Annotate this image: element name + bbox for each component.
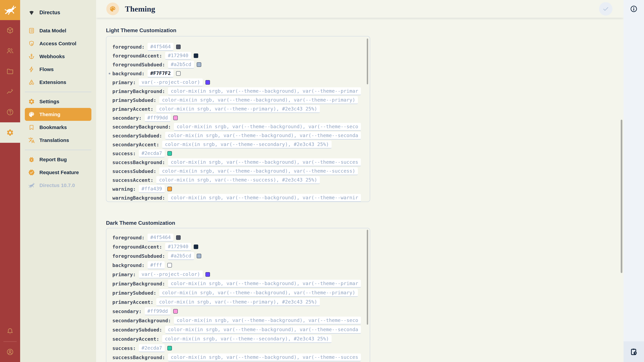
property-value-input[interactable]: color-mix(in srgb, var(--theme--backgrou… xyxy=(165,132,361,140)
sidebar-item[interactable]: Report Bug xyxy=(25,153,92,166)
property-value-input[interactable]: #ffa439 xyxy=(139,185,165,193)
dark-block-scrollbar-thumb[interactable] xyxy=(367,230,368,325)
property-value-input[interactable]: #fff xyxy=(148,261,165,269)
property-value-input[interactable]: color-mix(in srgb, var(--theme--backgrou… xyxy=(159,96,358,104)
color-swatch[interactable] xyxy=(206,80,210,85)
color-swatch[interactable] xyxy=(167,263,172,268)
module-button[interactable] xyxy=(0,20,20,40)
property-key: successBackground: xyxy=(112,160,165,165)
property-value-input[interactable]: color-mix(in srgb, var(--theme--backgrou… xyxy=(168,158,361,166)
property-key: secondarySubdued: xyxy=(112,327,162,333)
account-button[interactable] xyxy=(0,342,20,362)
theme-property-row: primaryAccent: color-mix(in srgb, var(--… xyxy=(106,105,366,113)
theme-property-row: primarySubdued: color-mix(in srgb, var(-… xyxy=(106,96,366,105)
property-value-input[interactable]: color-mix(in srgb, var(--theme--backgrou… xyxy=(168,354,361,361)
property-value-input[interactable]: color-mix(in srgb, var(--theme--secondar… xyxy=(162,335,332,343)
property-key: foregroundAccent: xyxy=(112,53,162,59)
theme-property-row: foregroundAccent: #172940 xyxy=(106,51,366,60)
property-value-input[interactable]: color-mix(in srgb, var(--theme--primary)… xyxy=(156,298,320,306)
property-value-input[interactable]: #a2b5cd xyxy=(168,252,194,260)
property-value-input[interactable]: color-mix(in srgb, var(--theme--backgrou… xyxy=(174,317,361,325)
directus-logo[interactable] xyxy=(0,0,20,20)
property-value-input[interactable]: color-mix(in srgb, var(--theme--secondar… xyxy=(162,141,332,148)
property-value-input[interactable]: color-mix(in srgb, var(--theme--backgrou… xyxy=(159,167,358,175)
property-key: secondary: xyxy=(112,309,142,314)
bug-icon xyxy=(28,156,35,163)
color-swatch[interactable] xyxy=(176,235,180,240)
property-value-input[interactable]: color-mix(in srgb, var(--theme--backgrou… xyxy=(168,87,361,95)
sidebar-item[interactable]: Bookmarks xyxy=(25,121,92,134)
sidebar-item-label: Webhooks xyxy=(40,54,65,59)
sidebar-item[interactable]: Extensions xyxy=(25,76,92,89)
property-value-input[interactable]: color-mix(in srgb, var(--theme--backgrou… xyxy=(168,194,361,202)
property-value-input[interactable]: #a2b5cd xyxy=(168,61,194,68)
theme-property-row: successBackground: color-mix(in srgb, va… xyxy=(106,353,366,362)
box-icon xyxy=(6,26,14,34)
property-value-input[interactable]: #2ecda7 xyxy=(139,149,165,157)
color-swatch[interactable] xyxy=(197,62,201,67)
color-swatch[interactable] xyxy=(194,245,198,249)
color-swatch[interactable] xyxy=(167,187,172,191)
sidebar-item[interactable]: Translations xyxy=(25,134,92,147)
main-scrollbar-thumb[interactable] xyxy=(621,120,622,273)
theme-property-row: primarySubdued: color-mix(in srgb, var(-… xyxy=(106,288,366,298)
color-swatch[interactable] xyxy=(167,346,172,351)
sidebar-item[interactable]: Directus 10.7.0 xyxy=(25,179,92,192)
property-value-input[interactable]: color-mix(in srgb, var(--theme--primary)… xyxy=(156,105,320,113)
sidebar-item[interactable]: Access Control xyxy=(25,37,92,50)
property-value-input[interactable]: color-mix(in srgb, var(--theme--backgrou… xyxy=(168,280,361,288)
notifications-button[interactable] xyxy=(0,321,20,341)
color-swatch[interactable] xyxy=(167,151,172,156)
module-button[interactable] xyxy=(0,61,20,81)
module-button[interactable] xyxy=(0,122,20,143)
module-button[interactable] xyxy=(0,81,20,102)
sidebar-item[interactable]: Webhooks xyxy=(25,50,92,63)
page-icon-bubble xyxy=(106,2,119,15)
property-value-input[interactable]: #ff99dd xyxy=(145,307,170,315)
module-button[interactable] xyxy=(0,40,20,61)
property-value-input[interactable]: color-mix(in srgb, var(--theme--success)… xyxy=(156,176,320,184)
light-block-scrollbar-thumb[interactable] xyxy=(367,38,368,84)
save-button[interactable] xyxy=(599,2,612,15)
color-swatch[interactable] xyxy=(176,71,180,76)
sidebar-item[interactable]: Data Model xyxy=(25,24,92,37)
sidebar-item[interactable]: Request Feature xyxy=(25,166,92,179)
color-swatch[interactable] xyxy=(173,116,178,120)
sidebar-item-label: Bookmarks xyxy=(40,124,67,130)
dark-theme-editor[interactable]: foreground: #4f5464 foregroundAccent: #1… xyxy=(106,228,370,362)
property-key: primarySubdued: xyxy=(112,97,156,103)
property-value-input[interactable]: color-mix(in srgb, var(--theme--backgrou… xyxy=(165,326,361,334)
color-swatch[interactable] xyxy=(197,254,201,258)
property-value-input[interactable]: #ff99dd xyxy=(145,114,170,122)
color-swatch[interactable] xyxy=(173,309,178,314)
sidebar-item[interactable]: Flows xyxy=(25,63,92,76)
property-value-input[interactable]: var(--project-color) xyxy=(139,271,203,278)
property-value-input[interactable]: #2ecda7 xyxy=(139,344,165,352)
sidebar-item[interactable]: Theming xyxy=(25,108,92,121)
users-icon xyxy=(6,47,14,55)
color-swatch[interactable] xyxy=(176,44,180,49)
property-key: primaryAccent: xyxy=(112,106,153,112)
property-value-input[interactable]: #172940 xyxy=(165,243,191,251)
module-button[interactable] xyxy=(0,102,20,122)
sidebar-item[interactable]: Settings xyxy=(25,95,92,108)
color-swatch[interactable] xyxy=(194,53,198,58)
color-swatch[interactable] xyxy=(206,272,210,277)
property-value-input[interactable]: var(--project-color) xyxy=(139,78,203,86)
property-value-input[interactable]: #4f5464 xyxy=(148,43,174,51)
property-value-input[interactable]: #4f5464 xyxy=(148,234,174,242)
property-value-input[interactable]: #172940 xyxy=(165,52,191,60)
light-theme-editor[interactable]: foreground: #4f5464 foregroundAccent: #1… xyxy=(106,36,370,202)
project-title[interactable]: Directus xyxy=(20,6,96,19)
property-value-input[interactable]: #F7F7F2 xyxy=(148,69,174,77)
theme-property-row: secondary: #ff99dd xyxy=(106,113,366,122)
property-value-input[interactable]: color-mix(in srgb, var(--theme--backgrou… xyxy=(174,123,361,131)
sidebar-item-label: Report Bug xyxy=(40,157,67,162)
bolt-icon xyxy=(28,66,35,73)
page-info-button[interactable] xyxy=(624,0,644,18)
check-icon xyxy=(602,5,610,12)
gear-icon xyxy=(6,129,14,136)
activity-footer[interactable] xyxy=(624,341,644,362)
verified-icon xyxy=(28,169,35,176)
property-value-input[interactable]: color-mix(in srgb, var(--theme--backgrou… xyxy=(159,289,358,297)
